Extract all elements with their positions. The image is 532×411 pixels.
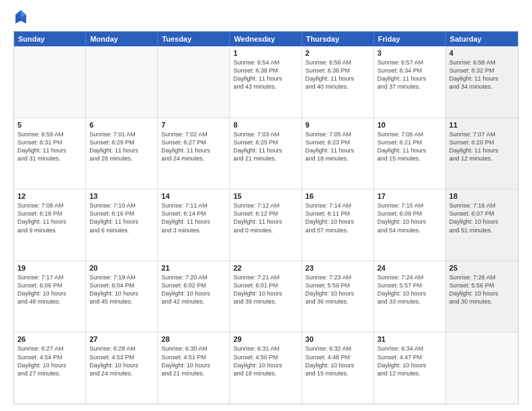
day-info: Sunrise: 7:06 AM Sunset: 6:21 PM Dayligh… (378, 130, 442, 163)
day-number: 24 (378, 264, 442, 272)
day-info: Sunrise: 6:31 AM Sunset: 4:50 PM Dayligh… (233, 345, 298, 377)
calendar-cell-w5-d1: 26Sunrise: 6:27 AM Sunset: 4:54 PM Dayli… (14, 332, 86, 404)
day-number: 22 (233, 264, 298, 272)
calendar-cell-w4-d5: 23Sunrise: 7:23 AM Sunset: 5:59 PM Dayli… (302, 261, 374, 332)
day-number: 11 (449, 121, 515, 129)
day-info: Sunrise: 7:20 AM Sunset: 6:02 PM Dayligh… (161, 273, 226, 306)
day-number: 12 (17, 192, 82, 200)
day-info: Sunrise: 7:21 AM Sunset: 6:01 PM Dayligh… (233, 273, 298, 306)
day-info: Sunrise: 7:14 AM Sunset: 6:11 PM Dayligh… (306, 201, 370, 234)
logo-icon (15, 9, 27, 24)
day-info: Sunrise: 7:17 AM Sunset: 6:06 PM Dayligh… (17, 273, 82, 306)
day-info: Sunrise: 6:30 AM Sunset: 4:51 PM Dayligh… (161, 345, 226, 377)
calendar-cell-w4-d6: 24Sunrise: 7:24 AM Sunset: 5:57 PM Dayli… (374, 261, 446, 332)
calendar-cell-w2-d1: 5Sunrise: 6:59 AM Sunset: 6:31 PM Daylig… (14, 118, 86, 189)
calendar-header-tuesday: Tuesday (158, 32, 230, 46)
day-number: 13 (89, 192, 154, 200)
day-info: Sunrise: 7:05 AM Sunset: 6:23 PM Dayligh… (306, 130, 370, 163)
day-number: 20 (89, 264, 154, 272)
calendar-cell-w2-d7: 11Sunrise: 7:07 AM Sunset: 6:20 PM Dayli… (446, 118, 518, 189)
day-number: 7 (161, 121, 226, 129)
calendar-cell-w5-d7 (446, 332, 518, 404)
calendar-cell-w2-d6: 10Sunrise: 7:06 AM Sunset: 6:21 PM Dayli… (374, 118, 446, 189)
day-number: 3 (378, 49, 442, 57)
calendar-cell-w1-d3 (158, 46, 230, 118)
day-info: Sunrise: 6:54 AM Sunset: 6:38 PM Dayligh… (233, 58, 298, 91)
day-info: Sunrise: 7:02 AM Sunset: 6:27 PM Dayligh… (161, 130, 226, 163)
day-number: 9 (306, 121, 370, 129)
calendar-cell-w2-d2: 6Sunrise: 7:01 AM Sunset: 6:29 PM Daylig… (86, 118, 158, 189)
day-number: 21 (161, 264, 226, 272)
day-number: 10 (378, 121, 442, 129)
day-number: 15 (233, 192, 298, 200)
logo (13, 11, 27, 24)
day-info: Sunrise: 7:23 AM Sunset: 5:59 PM Dayligh… (306, 273, 370, 306)
calendar-cell-w3-d6: 17Sunrise: 7:15 AM Sunset: 6:09 PM Dayli… (374, 189, 446, 261)
header (13, 11, 519, 24)
day-info: Sunrise: 6:56 AM Sunset: 6:36 PM Dayligh… (306, 58, 370, 91)
day-info: Sunrise: 7:10 AM Sunset: 6:16 PM Dayligh… (89, 201, 154, 234)
day-info: Sunrise: 7:19 AM Sunset: 6:04 PM Dayligh… (89, 273, 154, 306)
day-number: 17 (378, 192, 442, 200)
day-number: 5 (17, 121, 82, 129)
day-info: Sunrise: 7:26 AM Sunset: 5:56 PM Dayligh… (449, 273, 515, 306)
page: SundayMondayTuesdayWednesdayThursdayFrid… (0, 0, 532, 411)
day-number: 8 (233, 121, 298, 129)
calendar-cell-w2-d5: 9Sunrise: 7:05 AM Sunset: 6:23 PM Daylig… (302, 118, 374, 189)
day-number: 19 (17, 264, 82, 272)
day-number: 6 (89, 121, 154, 129)
day-number: 29 (233, 335, 298, 343)
calendar-cell-w2-d3: 7Sunrise: 7:02 AM Sunset: 6:27 PM Daylig… (158, 118, 230, 189)
day-info: Sunrise: 6:32 AM Sunset: 4:48 PM Dayligh… (306, 345, 370, 377)
day-info: Sunrise: 7:11 AM Sunset: 6:14 PM Dayligh… (161, 201, 226, 234)
day-info: Sunrise: 6:57 AM Sunset: 6:34 PM Dayligh… (378, 58, 442, 91)
calendar-week-3: 12Sunrise: 7:08 AM Sunset: 6:18 PM Dayli… (14, 189, 518, 261)
calendar: SundayMondayTuesdayWednesdayThursdayFrid… (13, 31, 519, 404)
day-number: 2 (306, 49, 370, 57)
day-info: Sunrise: 7:08 AM Sunset: 6:18 PM Dayligh… (17, 201, 82, 234)
day-info: Sunrise: 7:03 AM Sunset: 6:25 PM Dayligh… (233, 130, 298, 163)
day-number: 26 (17, 335, 82, 343)
day-info: Sunrise: 7:01 AM Sunset: 6:29 PM Dayligh… (89, 130, 154, 163)
calendar-cell-w5-d4: 29Sunrise: 6:31 AM Sunset: 4:50 PM Dayli… (230, 332, 302, 404)
calendar-header-saturday: Saturday (446, 32, 518, 46)
calendar-cell-w1-d4: 1Sunrise: 6:54 AM Sunset: 6:38 PM Daylig… (230, 46, 302, 118)
calendar-cell-w1-d6: 3Sunrise: 6:57 AM Sunset: 6:34 PM Daylig… (374, 46, 446, 118)
day-info: Sunrise: 6:59 AM Sunset: 6:31 PM Dayligh… (17, 130, 82, 163)
day-number: 28 (161, 335, 226, 343)
day-number: 18 (449, 192, 515, 200)
day-number: 14 (161, 192, 226, 200)
logo-text (13, 11, 27, 24)
calendar-cell-w1-d1 (14, 46, 86, 118)
day-info: Sunrise: 6:27 AM Sunset: 4:54 PM Dayligh… (17, 345, 82, 377)
calendar-body: 1Sunrise: 6:54 AM Sunset: 6:38 PM Daylig… (14, 46, 518, 404)
calendar-cell-w4-d3: 21Sunrise: 7:20 AM Sunset: 6:02 PM Dayli… (158, 261, 230, 332)
calendar-cell-w1-d2 (86, 46, 158, 118)
calendar-header-row: SundayMondayTuesdayWednesdayThursdayFrid… (14, 32, 518, 46)
calendar-header-friday: Friday (374, 32, 446, 46)
day-number: 1 (233, 49, 298, 57)
calendar-week-2: 5Sunrise: 6:59 AM Sunset: 6:31 PM Daylig… (14, 118, 518, 190)
day-info: Sunrise: 7:12 AM Sunset: 6:12 PM Dayligh… (233, 201, 298, 234)
day-number: 23 (306, 264, 370, 272)
day-info: Sunrise: 6:58 AM Sunset: 6:32 PM Dayligh… (449, 58, 515, 91)
calendar-cell-w1-d7: 4Sunrise: 6:58 AM Sunset: 6:32 PM Daylig… (446, 46, 518, 118)
calendar-cell-w1-d5: 2Sunrise: 6:56 AM Sunset: 6:36 PM Daylig… (302, 46, 374, 118)
calendar-header-thursday: Thursday (302, 32, 374, 46)
calendar-header-monday: Monday (86, 32, 158, 46)
calendar-cell-w5-d5: 30Sunrise: 6:32 AM Sunset: 4:48 PM Dayli… (302, 332, 374, 404)
day-info: Sunrise: 7:16 AM Sunset: 6:07 PM Dayligh… (449, 201, 515, 234)
calendar-header-sunday: Sunday (14, 32, 86, 46)
day-number: 16 (306, 192, 370, 200)
day-info: Sunrise: 7:15 AM Sunset: 6:09 PM Dayligh… (378, 201, 442, 234)
calendar-cell-w4-d2: 20Sunrise: 7:19 AM Sunset: 6:04 PM Dayli… (86, 261, 158, 332)
day-number: 31 (378, 335, 442, 343)
calendar-week-1: 1Sunrise: 6:54 AM Sunset: 6:38 PM Daylig… (14, 46, 518, 118)
calendar-cell-w3-d5: 16Sunrise: 7:14 AM Sunset: 6:11 PM Dayli… (302, 189, 374, 261)
calendar-cell-w3-d4: 15Sunrise: 7:12 AM Sunset: 6:12 PM Dayli… (230, 189, 302, 261)
calendar-cell-w4-d4: 22Sunrise: 7:21 AM Sunset: 6:01 PM Dayli… (230, 261, 302, 332)
calendar-cell-w3-d1: 12Sunrise: 7:08 AM Sunset: 6:18 PM Dayli… (14, 189, 86, 261)
calendar-cell-w5-d2: 27Sunrise: 6:28 AM Sunset: 4:53 PM Dayli… (86, 332, 158, 404)
day-number: 30 (306, 335, 370, 343)
calendar-cell-w3-d2: 13Sunrise: 7:10 AM Sunset: 6:16 PM Dayli… (86, 189, 158, 261)
